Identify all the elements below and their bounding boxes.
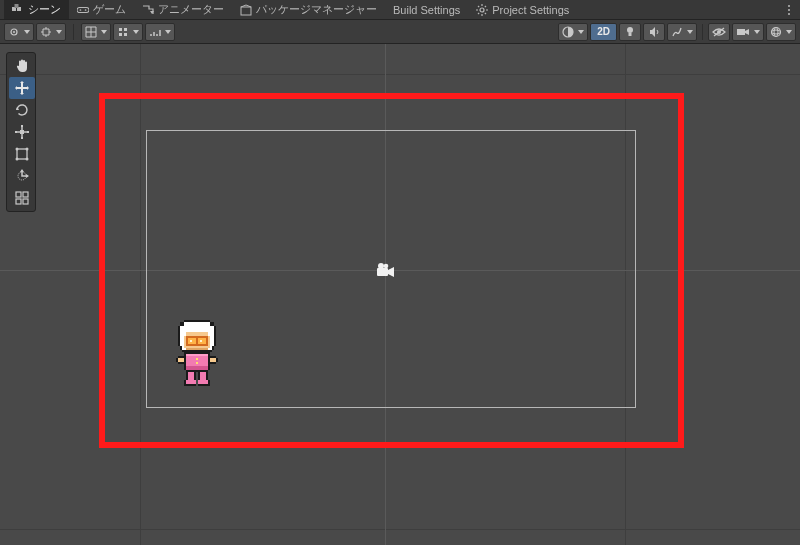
- visibility-button[interactable]: [708, 23, 730, 41]
- svg-rect-35: [21, 137, 23, 139]
- svg-rect-104: [186, 384, 196, 386]
- svg-rect-73: [200, 340, 202, 342]
- snap-increment-button[interactable]: [145, 23, 175, 41]
- svg-point-5: [85, 9, 87, 11]
- snap-button[interactable]: [113, 23, 143, 41]
- toggle-2d-button[interactable]: 2D: [590, 23, 617, 41]
- svg-rect-2: [15, 4, 19, 8]
- svg-rect-38: [17, 149, 27, 159]
- svg-rect-47: [23, 192, 28, 197]
- grid-line: [0, 529, 800, 530]
- svg-point-51: [378, 263, 384, 269]
- svg-rect-53: [184, 320, 210, 322]
- svg-point-31: [774, 27, 778, 36]
- move-tool[interactable]: [9, 77, 35, 99]
- tool-handle-rotation-button[interactable]: [36, 23, 66, 41]
- scene-toolbar: 2D: [0, 20, 800, 44]
- custom-tools[interactable]: [9, 187, 35, 209]
- tab-menu-button[interactable]: [782, 3, 796, 17]
- svg-rect-7: [241, 7, 251, 15]
- transform-tool[interactable]: [9, 165, 35, 187]
- package-icon: [240, 4, 252, 16]
- draw-mode-button[interactable]: [558, 23, 588, 41]
- tab-bar: シーン ゲーム アニメーター パッケージマネージャー Build Setting…: [0, 0, 800, 20]
- tab-game-label: ゲーム: [93, 2, 126, 17]
- player-sprite[interactable]: [170, 320, 224, 390]
- main-camera-gizmo[interactable]: [373, 262, 397, 280]
- svg-rect-48: [16, 199, 21, 204]
- svg-rect-90: [210, 358, 216, 362]
- svg-point-8: [480, 8, 484, 12]
- audio-button[interactable]: [643, 23, 665, 41]
- fx-button[interactable]: [667, 23, 697, 41]
- svg-rect-57: [214, 326, 216, 338]
- svg-rect-103: [208, 380, 210, 386]
- gizmos-button[interactable]: [766, 23, 796, 41]
- game-icon: [77, 4, 89, 16]
- svg-rect-34: [21, 125, 23, 127]
- scene-icon: [12, 4, 24, 16]
- svg-rect-56: [178, 326, 180, 338]
- tab-game[interactable]: ゲーム: [69, 0, 134, 19]
- svg-rect-22: [124, 33, 127, 36]
- scene-main: [0, 44, 800, 545]
- tab-build-settings-label: Build Settings: [393, 4, 460, 16]
- svg-rect-20: [124, 28, 127, 31]
- svg-point-18: [13, 31, 15, 33]
- grid-visibility-button[interactable]: [81, 23, 111, 41]
- grid-line: [0, 74, 800, 75]
- svg-rect-92: [210, 356, 216, 358]
- tool-handle-center-button[interactable]: [4, 23, 34, 41]
- svg-rect-62: [184, 322, 210, 326]
- rect-tool[interactable]: [9, 143, 35, 165]
- tab-animator[interactable]: アニメーター: [134, 0, 232, 19]
- svg-rect-49: [23, 199, 28, 204]
- svg-point-24: [627, 27, 633, 33]
- svg-rect-33: [20, 130, 24, 134]
- tab-package-manager-label: パッケージマネージャー: [256, 2, 377, 17]
- toggle-2d-label: 2D: [597, 26, 610, 37]
- svg-point-41: [16, 158, 19, 161]
- svg-rect-19: [119, 28, 122, 31]
- animator-icon: [142, 4, 154, 16]
- svg-rect-82: [186, 370, 208, 372]
- svg-rect-100: [186, 380, 196, 384]
- svg-rect-86: [178, 358, 184, 362]
- svg-rect-50: [377, 268, 388, 276]
- svg-rect-85: [186, 366, 208, 370]
- tab-scene[interactable]: シーン: [4, 0, 69, 19]
- svg-rect-55: [210, 322, 214, 326]
- svg-rect-94: [188, 372, 194, 380]
- tab-build-settings[interactable]: Build Settings: [385, 0, 468, 19]
- svg-rect-83: [196, 358, 198, 360]
- svg-rect-95: [200, 372, 206, 380]
- scene-viewport[interactable]: [0, 44, 800, 545]
- svg-rect-76: [184, 352, 210, 354]
- tab-project-settings-label: Project Settings: [492, 4, 569, 16]
- svg-rect-25: [629, 33, 632, 36]
- scale-tool[interactable]: [9, 121, 35, 143]
- svg-rect-87: [176, 358, 178, 362]
- svg-point-29: [772, 27, 781, 36]
- svg-point-30: [772, 30, 781, 34]
- tab-project-settings[interactable]: Project Settings: [468, 0, 577, 19]
- svg-rect-91: [216, 358, 218, 362]
- tab-package-manager[interactable]: パッケージマネージャー: [232, 0, 385, 19]
- svg-rect-72: [190, 340, 192, 342]
- svg-rect-80: [184, 354, 186, 370]
- svg-rect-46: [16, 192, 21, 197]
- camera-button[interactable]: [732, 23, 764, 41]
- hand-tool[interactable]: [9, 55, 35, 77]
- tool-strip: [6, 52, 36, 212]
- svg-rect-84: [196, 362, 198, 364]
- svg-rect-75: [182, 350, 212, 352]
- settings-icon: [476, 4, 488, 16]
- svg-point-42: [26, 158, 29, 161]
- svg-rect-37: [27, 131, 29, 133]
- svg-rect-89: [178, 362, 184, 364]
- grid-group: [81, 23, 175, 41]
- svg-point-39: [16, 148, 19, 151]
- svg-rect-88: [178, 356, 184, 358]
- lighting-button[interactable]: [619, 23, 641, 41]
- rotate-tool[interactable]: [9, 99, 35, 121]
